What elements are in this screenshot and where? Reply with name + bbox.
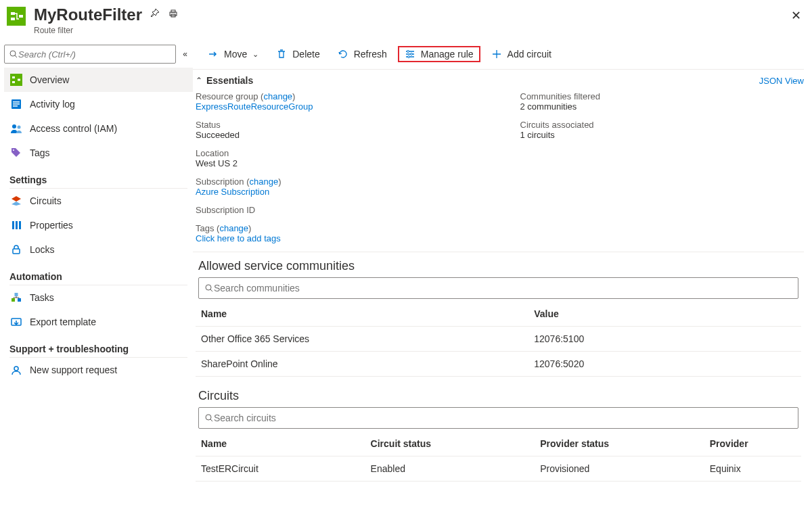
circuits-table: Name Circuit status Provider status Prov…: [196, 431, 801, 482]
svg-point-25: [407, 51, 409, 53]
communities-search-input[interactable]: [214, 283, 792, 294]
svg-point-29: [206, 415, 211, 420]
chevron-down-icon: ⌄: [252, 50, 258, 59]
cell-provider: Equinix: [704, 456, 801, 482]
svg-rect-6: [12, 76, 15, 78]
plus-icon: [491, 49, 502, 60]
sidebar-item-export-template[interactable]: Export template: [4, 310, 193, 334]
sidebar-search-input[interactable]: [18, 49, 171, 60]
page-title: MyRouteFilter: [34, 5, 142, 24]
svg-rect-8: [18, 79, 20, 81]
manage-rule-button[interactable]: Manage rule: [398, 46, 480, 62]
svg-rect-17: [16, 221, 18, 229]
communities-count: 2 communities: [520, 101, 805, 112]
svg-rect-16: [12, 221, 14, 229]
sidebar-item-label: Circuits: [30, 195, 62, 206]
sidebar-item-activity-log[interactable]: Activity log: [4, 92, 193, 116]
communities-search[interactable]: [198, 277, 798, 299]
delete-button[interactable]: Delete: [269, 46, 326, 62]
change-tags-link[interactable]: change: [219, 223, 248, 233]
search-icon: [204, 413, 214, 423]
sidebar-item-new-support-request[interactable]: New support request: [4, 358, 193, 382]
col-name[interactable]: Name: [196, 302, 528, 327]
svg-point-15: [13, 149, 14, 151]
table-row[interactable]: TestERCircuitEnabledProvisionedEquinix: [196, 456, 801, 482]
sidebar-item-locks[interactable]: Locks: [4, 237, 193, 262]
circuits-icon: [9, 194, 23, 208]
cell-name: SharePoint Online: [196, 352, 528, 377]
settings-icon: [405, 49, 415, 60]
svg-rect-12: [13, 105, 18, 107]
add-tags-link[interactable]: Click here to add tags: [196, 233, 804, 243]
table-row[interactable]: Other Office 365 Services12076:5100: [196, 327, 801, 352]
status-value: Succeeded: [196, 130, 480, 140]
svg-rect-19: [13, 249, 20, 254]
sidebar-item-label: Access control (IAM): [30, 123, 117, 134]
cell-value: 12076:5100: [528, 327, 801, 352]
move-button[interactable]: Move ⌄: [201, 46, 265, 62]
refresh-button[interactable]: Refresh: [331, 46, 394, 62]
cell-status: Enabled: [365, 456, 535, 482]
svg-rect-5: [10, 74, 22, 86]
resource-group-link[interactable]: ExpressRouteResourceGroup: [196, 101, 480, 112]
svg-point-4: [10, 51, 16, 56]
sidebar-item-properties[interactable]: Properties: [4, 213, 193, 237]
route-filter-icon: [5, 5, 27, 27]
page-header: MyRouteFilter Route filter ✕: [0, 0, 812, 41]
search-icon: [204, 283, 214, 293]
communities-title: Allowed service communities: [198, 259, 801, 273]
table-row[interactable]: SharePoint Online12076:5020: [196, 352, 801, 377]
sidebar-item-label: Tasks: [30, 292, 54, 303]
svg-point-13: [12, 124, 16, 128]
add-circuit-button[interactable]: Add circuit: [484, 46, 558, 62]
communities-table: Name Value Other Office 365 Services1207…: [196, 302, 801, 377]
search-icon: [9, 49, 18, 59]
sidebar-item-access-control-iam-[interactable]: Access control (IAM): [4, 116, 193, 141]
sidebar-item-overview[interactable]: Overview: [4, 68, 193, 92]
tasks-icon: [9, 291, 23, 304]
support-icon: [9, 363, 23, 377]
col-value[interactable]: Value: [528, 302, 801, 327]
col-provider[interactable]: Provider: [704, 431, 801, 456]
lock-icon: [9, 243, 23, 256]
sidebar-item-tags[interactable]: Tags: [4, 141, 193, 165]
sidebar: « OverviewActivity logAccess control (IA…: [0, 41, 193, 490]
json-view-link[interactable]: JSON View: [759, 76, 804, 86]
svg-rect-11: [13, 103, 20, 105]
activity-icon: [9, 97, 23, 111]
location-value: West US 2: [196, 158, 480, 168]
svg-point-14: [18, 126, 21, 129]
sidebar-item-circuits[interactable]: Circuits: [4, 189, 193, 213]
svg-point-26: [410, 53, 412, 55]
change-sub-link[interactable]: change: [250, 177, 279, 187]
sidebar-item-label: Tags: [30, 147, 50, 158]
change-rg-link[interactable]: change: [263, 91, 292, 101]
cell-name: TestERCircuit: [196, 456, 365, 482]
pin-icon[interactable]: [149, 8, 160, 19]
col-pstatus[interactable]: Provider status: [535, 431, 704, 456]
sidebar-item-label: Export template: [30, 316, 96, 327]
essentials-panel: Resource group (change) ExpressRouteReso…: [193, 91, 804, 223]
sidebar-item-label: Properties: [30, 220, 73, 231]
cell-value: 12076:5020: [528, 352, 801, 377]
circuits-search[interactable]: [198, 407, 798, 429]
essentials-label[interactable]: Essentials: [206, 75, 253, 86]
subscription-link[interactable]: Azure Subscription: [196, 187, 480, 197]
circuits-search-input[interactable]: [214, 413, 792, 423]
col-name[interactable]: Name: [196, 431, 365, 456]
sidebar-section-settings: Settings: [9, 174, 193, 185]
collapse-sidebar-icon[interactable]: «: [183, 49, 187, 59]
chevron-up-icon[interactable]: ⌃: [196, 76, 202, 85]
sidebar-section-support-troubleshooting: Support + troubleshooting: [9, 344, 193, 354]
sidebar-item-tasks[interactable]: Tasks: [4, 285, 193, 310]
circuits-title: Circuits: [198, 389, 801, 403]
close-icon[interactable]: ✕: [791, 8, 801, 23]
sidebar-search[interactable]: [4, 45, 176, 64]
cell-name: Other Office 365 Services: [196, 327, 528, 352]
sidebar-item-label: Activity log: [30, 99, 75, 110]
svg-rect-7: [12, 81, 15, 83]
col-status[interactable]: Circuit status: [365, 431, 535, 456]
print-icon[interactable]: [168, 8, 179, 19]
sidebar-section-automation: Automation: [9, 271, 193, 282]
svg-rect-2: [171, 10, 175, 12]
